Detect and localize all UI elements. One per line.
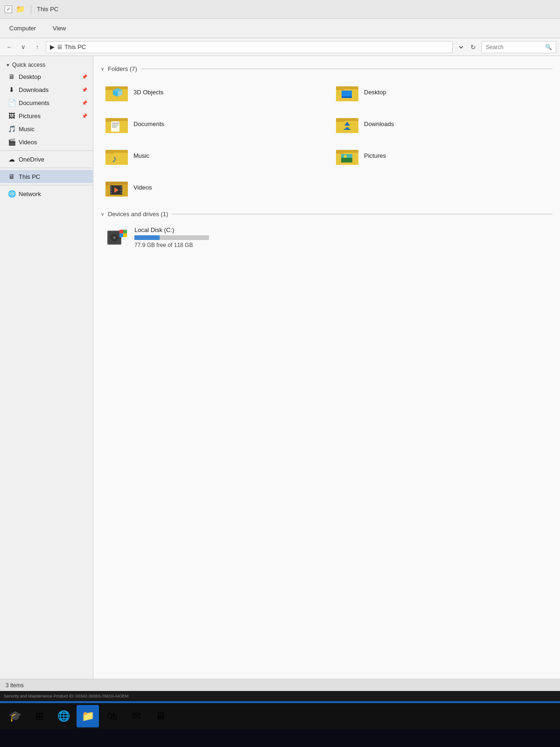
drive-c-name: Local Disk (C:) — [134, 226, 209, 233]
sidebar-item-videos-label: Videos — [19, 139, 37, 146]
taskbar-app-explorer[interactable]: 📁 — [77, 705, 99, 727]
main-content: ▼ Quick access 🖥 Desktop 📌 ⬇ Downloads 📌… — [0, 56, 560, 679]
svg-point-34 — [344, 155, 347, 158]
folder-item-videos2[interactable]: Videos — [101, 173, 322, 201]
address-text: This PC — [64, 43, 86, 50]
svg-rect-27 — [105, 150, 114, 154]
devices-section-line — [172, 214, 553, 214]
pictures2-label: Pictures — [364, 152, 386, 159]
sidebar-item-thispc-label: This PC — [19, 173, 40, 180]
taskbar-app-settings[interactable]: 🖥 — [149, 705, 172, 727]
sidebar-item-music[interactable]: 🎵 Music — [0, 122, 93, 135]
taskbar-app-cert[interactable]: 🎓 — [4, 705, 26, 727]
svg-text:♪: ♪ — [112, 154, 117, 164]
search-input[interactable] — [486, 44, 543, 50]
folder-item-desktop2[interactable]: Desktop — [331, 78, 553, 106]
svg-rect-21 — [336, 118, 344, 122]
sidebar-item-desktop-label: Desktop — [19, 73, 41, 80]
title-divider — [31, 5, 31, 14]
taskbar-app-taskview[interactable]: ⊞ — [28, 705, 50, 727]
3dobjects-folder-svg — [105, 82, 129, 102]
sidebar-item-desktop[interactable]: 🖥 Desktop 📌 — [0, 70, 93, 83]
svg-rect-31 — [336, 150, 344, 154]
ribbon-tab-view[interactable]: View — [49, 23, 70, 34]
svg-rect-52 — [119, 233, 123, 237]
folders-section-header: ∨ Folders (7) — [101, 65, 553, 72]
refresh-button[interactable]: ↻ — [468, 42, 479, 53]
videos2-label: Videos — [133, 184, 152, 191]
pictures2-folder-svg — [335, 145, 359, 166]
devices-arrow: ∨ — [101, 211, 104, 217]
drive-item-c[interactable]: Local Disk (C:) 77.9 GB free of 118 GB — [101, 223, 553, 251]
nav-up-button[interactable]: ↑ — [32, 42, 43, 53]
music2-icon-wrap: ♪ — [105, 144, 129, 167]
title-checkbox — [5, 6, 12, 13]
folder-item-documents2[interactable]: Documents — [101, 110, 322, 138]
devices-section-header: ∨ Devices and drives (1) — [101, 211, 553, 218]
videos-icon: 🎬 — [7, 138, 16, 146]
svg-rect-43 — [120, 189, 122, 191]
svg-rect-44 — [120, 192, 122, 194]
svg-rect-33 — [341, 158, 352, 162]
sidebar-item-downloads[interactable]: ⬇ Downloads 📌 — [0, 83, 93, 96]
svg-rect-41 — [110, 192, 112, 194]
music2-folder-svg: ♪ — [105, 145, 129, 166]
sidebar-divider-1 — [0, 150, 93, 151]
watermark-text: Security and Maintenance Product ID: 003… — [4, 694, 128, 698]
drive-c-bar-bg — [134, 235, 209, 240]
taskbar-area: Security and Maintenance Product ID: 003… — [0, 691, 560, 747]
folder-item-3dobjects[interactable]: 3D Objects — [101, 78, 322, 106]
taskbar-app-edge[interactable]: 🌐 — [52, 705, 75, 727]
downloads-icon: ⬇ — [7, 86, 16, 93]
sidebar-item-onedrive[interactable]: ☁ OneDrive — [0, 153, 93, 166]
svg-rect-24 — [344, 129, 350, 130]
folders-arrow: ∨ — [101, 66, 104, 71]
bottom-dark-area — [0, 729, 560, 747]
desktop2-icon-wrap — [335, 81, 359, 103]
nav-dropdown-button[interactable]: ∨ — [18, 42, 29, 53]
ribbon-tab-computer[interactable]: Computer — [6, 23, 40, 34]
folder-item-music2[interactable]: ♪ Music — [101, 141, 322, 169]
sidebar-item-thispc[interactable]: 🖥 This PC — [0, 170, 93, 183]
sidebar-item-videos[interactable]: 🎬 Videos — [0, 135, 93, 148]
folders-section-line — [141, 69, 553, 69]
nav-back-button[interactable]: ← — [4, 42, 15, 53]
folder-item-downloads2[interactable]: Downloads — [331, 110, 553, 138]
pin-icon-downloads: 📌 — [82, 87, 87, 92]
folder-item-pictures2[interactable]: Pictures — [331, 141, 553, 169]
address-path[interactable]: ▶ 🖥 This PC — [46, 41, 453, 53]
address-bar: ← ∨ ↑ ▶ 🖥 This PC ▼ ↻ 🔍 — [0, 38, 560, 56]
documents2-icon-wrap — [105, 113, 129, 135]
sidebar-divider-2 — [0, 168, 93, 168]
address-dropdown[interactable]: ▼ — [455, 41, 465, 53]
pin-icon-pictures: 📌 — [82, 113, 87, 119]
svg-rect-23 — [346, 127, 349, 129]
search-box[interactable]: 🔍 — [482, 41, 556, 53]
downloads2-label: Downloads — [364, 120, 394, 127]
desktop2-label: Desktop — [364, 89, 386, 96]
pictures-icon: 🖼 — [7, 112, 16, 120]
taskbar-app-store[interactable]: 🛍 — [101, 705, 123, 727]
taskbar: 🎓 ⊞ 🌐 📁 🛍 ✉ 🖥 — [0, 703, 560, 729]
music-icon: 🎵 — [7, 125, 16, 133]
documents2-folder-svg — [105, 113, 129, 134]
taskbar-app-mail[interactable]: ✉ — [125, 705, 147, 727]
watermark-bar: Security and Maintenance Product ID: 003… — [0, 691, 560, 701]
thispc-icon: 🖥 — [7, 173, 16, 180]
drive-c-icon-wrap — [105, 226, 129, 248]
sidebar-divider-3 — [0, 185, 93, 185]
drive-c-space: 77.9 GB free of 118 GB — [134, 242, 209, 248]
sidebar-item-network[interactable]: 🌐 Network — [0, 187, 93, 200]
svg-rect-10 — [342, 91, 352, 96]
folder-grid: 3D Objects Desktop — [101, 78, 553, 201]
drive-c-bar-fill — [134, 235, 160, 240]
svg-rect-40 — [110, 189, 112, 191]
svg-point-49 — [113, 236, 116, 239]
quick-access-header[interactable]: ▼ Quick access — [0, 60, 93, 70]
sidebar-item-pictures-label: Pictures — [19, 113, 41, 120]
drive-c-svg — [105, 227, 129, 247]
pin-icon-documents: 📌 — [82, 100, 87, 106]
sidebar-item-documents[interactable]: 📄 Documents 📌 — [0, 96, 93, 109]
sidebar-item-pictures[interactable]: 🖼 Pictures 📌 — [0, 109, 93, 122]
title-folder-icon: 📁 — [16, 5, 25, 14]
